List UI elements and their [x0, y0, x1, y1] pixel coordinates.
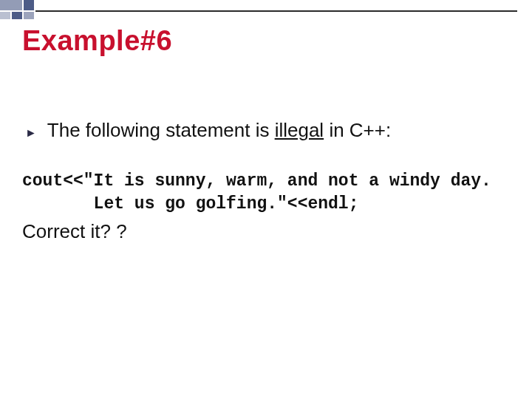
correct-prompt: Correct it? ?	[22, 220, 510, 243]
bullet-illegal-word: illegal	[275, 119, 324, 141]
code-line-1: cout<<"It is sunny, warm, and not a wind…	[22, 171, 491, 191]
bullet-suffix: in C++:	[324, 119, 391, 141]
bullet-marker-icon: ►	[25, 123, 37, 143]
code-line-2: Let us go golfing."<<endl;	[22, 194, 358, 214]
top-divider	[35, 10, 517, 12]
bullet-item: ► The following statement is illegal in …	[22, 117, 510, 143]
slide-content: Example#6 ► The following statement is i…	[0, 0, 532, 258]
bullet-text: The following statement is illegal in C+…	[47, 117, 391, 143]
code-block: cout<<"It is sunny, warm, and not a wind…	[22, 170, 510, 216]
bullet-prefix: The following statement is	[47, 119, 275, 141]
slide-title: Example#6	[22, 25, 510, 57]
